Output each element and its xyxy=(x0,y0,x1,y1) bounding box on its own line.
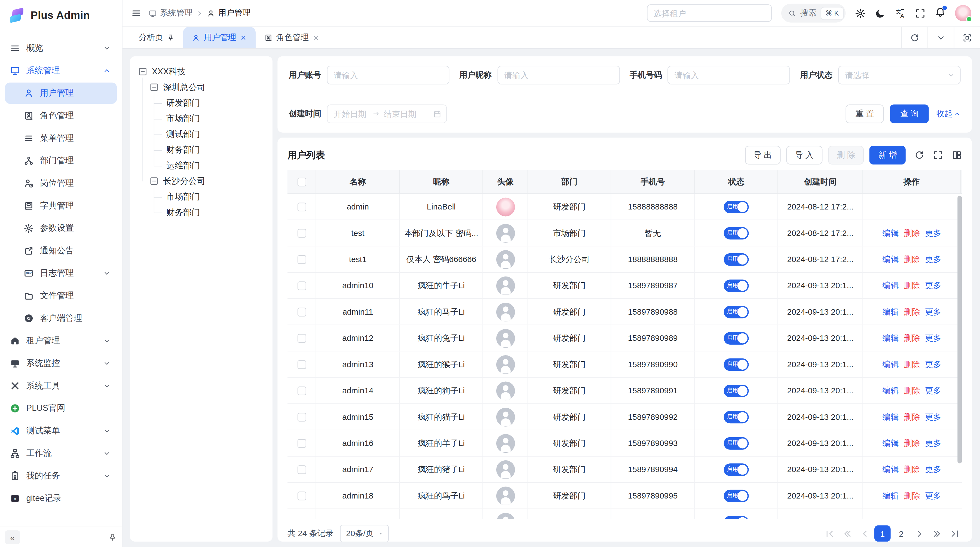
tree-node-财务部门[interactable]: 财务部门 xyxy=(136,204,267,220)
prev-page-button[interactable] xyxy=(857,525,872,542)
more-link[interactable]: 更多 xyxy=(925,280,941,291)
user-avatar[interactable] xyxy=(955,5,971,21)
tree-node-深圳总公司[interactable]: 深圳总公司 xyxy=(136,80,267,95)
delete-link[interactable]: 删除 xyxy=(904,464,920,475)
more-link[interactable]: 更多 xyxy=(925,385,941,396)
status-toggle[interactable]: 启用 xyxy=(724,226,749,239)
tree-node-研发部门[interactable]: 研发部门 xyxy=(136,95,267,111)
sidebar-item-通知公告[interactable]: 通知公告 xyxy=(5,240,117,262)
row-checkbox[interactable] xyxy=(297,465,306,474)
jump-back-button[interactable] xyxy=(839,525,854,542)
delete-link[interactable]: 删除 xyxy=(904,359,920,370)
first-page-button[interactable] xyxy=(822,525,837,542)
edit-link[interactable]: 编辑 xyxy=(883,254,899,265)
pin-icon[interactable] xyxy=(108,533,117,542)
more-link[interactable]: 更多 xyxy=(925,254,941,265)
sidebar-item-文件管理[interactable]: 文件管理 xyxy=(5,285,117,306)
next-page-button[interactable] xyxy=(912,525,927,542)
status-toggle[interactable]: 启用 xyxy=(724,279,749,292)
status-toggle[interactable]: 启用 xyxy=(724,490,749,502)
end-date-input[interactable] xyxy=(382,108,420,119)
edit-link[interactable]: 编辑 xyxy=(883,359,899,370)
tab-角色管理[interactable]: 角色管理 xyxy=(256,27,328,48)
sidebar-item-概览[interactable]: 概览 xyxy=(5,38,117,59)
sidebar-item-角色管理[interactable]: 角色管理 xyxy=(5,105,117,126)
status-toggle[interactable]: 启用 xyxy=(724,332,749,344)
delete-link[interactable]: 删除 xyxy=(904,490,920,501)
export-button[interactable]: 导 出 xyxy=(745,146,781,164)
breadcrumb-item-current[interactable]: 用户管理 xyxy=(207,8,251,19)
edit-link[interactable]: 编辑 xyxy=(883,332,899,343)
status-toggle[interactable]: 启用 xyxy=(724,410,749,423)
close-icon[interactable] xyxy=(240,34,247,41)
row-checkbox[interactable] xyxy=(297,334,306,343)
tree-node-财务部门[interactable]: 财务部门 xyxy=(136,142,267,158)
delete-link[interactable]: 删除 xyxy=(904,332,920,343)
tree-node-市场部门[interactable]: 市场部门 xyxy=(136,189,267,204)
row-checkbox[interactable] xyxy=(297,360,306,368)
row-checkbox[interactable] xyxy=(297,307,306,316)
sidebar-item-部门管理[interactable]: 部门管理 xyxy=(5,150,117,171)
reset-button[interactable]: 重 置 xyxy=(846,104,884,123)
status-toggle[interactable]: 启用 xyxy=(724,358,749,370)
edit-link[interactable]: 编辑 xyxy=(883,464,899,475)
delete-link[interactable]: 删除 xyxy=(904,385,920,396)
sidebar-item-gitee记录[interactable]: xgitee记录 xyxy=(5,488,117,509)
delete-link[interactable]: 删除 xyxy=(904,437,920,449)
tree-node-XXX科技[interactable]: XXX科技 xyxy=(136,64,267,79)
tab-用户管理[interactable]: 用户管理 xyxy=(183,27,256,48)
moon-icon[interactable] xyxy=(875,8,886,19)
row-checkbox[interactable] xyxy=(297,412,306,421)
import-button[interactable]: 导 入 xyxy=(786,146,822,164)
date-range-input[interactable] xyxy=(327,104,447,123)
delete-button[interactable]: 删 除 xyxy=(828,146,864,164)
delete-link[interactable]: 删除 xyxy=(904,411,920,423)
sidebar-item-我的任务[interactable]: 我的任务 xyxy=(5,465,117,486)
sidebar-collapse-button[interactable]: « xyxy=(5,530,20,544)
translate-icon[interactable]: 文A xyxy=(895,8,906,19)
sidebar-item-日志管理[interactable]: DEV日志管理 xyxy=(5,263,117,284)
sidebar-item-工作流[interactable]: 工作流 xyxy=(5,443,117,464)
edit-link[interactable]: 编辑 xyxy=(883,437,899,449)
page-size-select[interactable]: 20条/页 xyxy=(340,525,388,542)
notifications-button[interactable] xyxy=(935,6,946,20)
edit-link[interactable]: 编辑 xyxy=(883,411,899,423)
status-toggle[interactable]: 启用 xyxy=(724,384,749,397)
add-button[interactable]: 新 增 xyxy=(869,146,905,164)
edit-link[interactable]: 编辑 xyxy=(883,385,899,396)
more-link[interactable]: 更多 xyxy=(925,332,941,343)
status-toggle[interactable]: 启用 xyxy=(724,201,749,213)
select-all-checkbox[interactable] xyxy=(297,177,306,186)
collapse-filter-link[interactable]: 收起 xyxy=(936,108,961,119)
content-fullscreen-button[interactable] xyxy=(954,27,980,48)
edit-link[interactable]: 编辑 xyxy=(883,306,899,317)
more-link[interactable]: 更多 xyxy=(925,437,941,449)
sidebar-item-参数设置[interactable]: 参数设置 xyxy=(5,218,117,239)
hamburger-icon[interactable] xyxy=(131,8,141,18)
status-toggle[interactable]: 启用 xyxy=(724,253,749,266)
tab-分析页[interactable]: 分析页 xyxy=(130,27,183,48)
sidebar-item-PLUS官网[interactable]: PLUS官网 xyxy=(5,398,117,419)
gear-icon[interactable] xyxy=(855,8,865,19)
more-link[interactable]: 更多 xyxy=(925,228,941,239)
sidebar-item-菜单管理[interactable]: 菜单管理 xyxy=(5,128,117,149)
sidebar-item-系统工具[interactable]: 系统工具 xyxy=(5,375,117,397)
row-checkbox[interactable] xyxy=(297,386,306,395)
row-checkbox[interactable] xyxy=(297,439,306,448)
filter-input[interactable] xyxy=(497,65,620,85)
tab-menu-button[interactable] xyxy=(928,27,954,48)
delete-link[interactable]: 删除 xyxy=(904,228,920,239)
filter-input[interactable] xyxy=(327,65,449,85)
sidebar-item-租户管理[interactable]: 租户管理 xyxy=(5,330,117,351)
status-toggle[interactable]: 启用 xyxy=(724,437,749,450)
global-search[interactable]: 搜索 ⌘ K xyxy=(781,4,846,22)
expand-table-icon[interactable] xyxy=(933,150,943,160)
tree-node-长沙分公司[interactable]: 长沙分公司 xyxy=(136,173,267,189)
edit-link[interactable]: 编辑 xyxy=(883,228,899,239)
more-link[interactable]: 更多 xyxy=(925,464,941,475)
last-page-button[interactable] xyxy=(947,525,962,542)
more-link[interactable]: 更多 xyxy=(925,306,941,317)
page-button-1[interactable]: 1 xyxy=(874,525,891,542)
row-checkbox[interactable] xyxy=(297,203,306,211)
table-scrollbar[interactable] xyxy=(958,196,962,464)
